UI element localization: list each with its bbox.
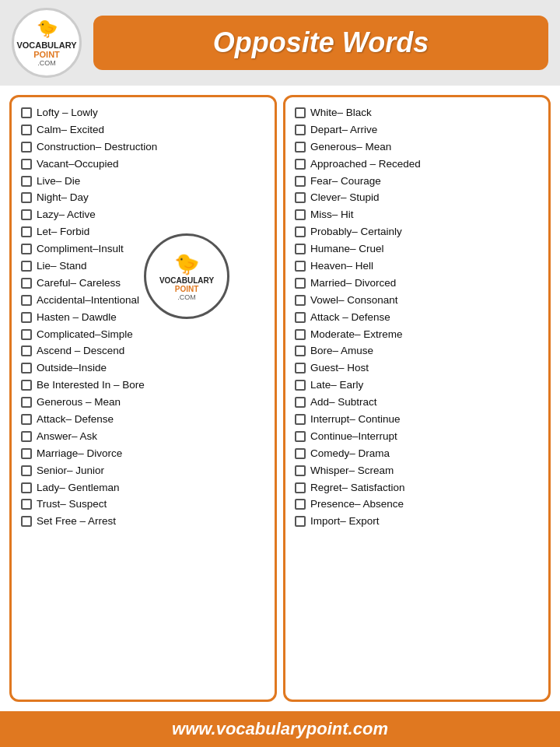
word-text: Lazy– Active [37, 208, 96, 223]
checkbox-icon [21, 516, 32, 527]
watermark-logo: 🐤 VOCABULARY POINT .COM [144, 233, 229, 319]
page-wrapper: 🐤 VOCABULARY POINT .COM Opposite Words L… [0, 0, 560, 747]
list-item: White– Black [295, 105, 542, 121]
checkbox-icon [295, 226, 306, 237]
word-text: Approached – Receded [310, 157, 421, 172]
checkbox-icon [295, 192, 306, 203]
list-item: Answer– Ask [21, 429, 268, 445]
checkbox-icon [21, 329, 32, 340]
checkbox-icon [21, 312, 32, 323]
checkbox-icon [295, 261, 306, 272]
list-item: Import– Export [295, 514, 542, 530]
checkbox-icon [21, 142, 32, 153]
word-text: Humane– Cruel [310, 242, 384, 257]
checkbox-icon [21, 482, 32, 493]
checkbox-icon [21, 465, 32, 476]
word-text: Outside–Inside [37, 361, 107, 376]
checkbox-icon [21, 159, 32, 170]
list-item: Moderate– Extreme [295, 327, 542, 343]
word-text: Clever– Stupid [310, 191, 380, 205]
checkbox-icon [295, 176, 306, 187]
checkbox-icon [295, 448, 306, 459]
list-item: Attack– Defense [21, 412, 268, 428]
list-item: Accidental–Intentional [21, 293, 268, 309]
checkbox-icon [295, 209, 306, 220]
word-text: Fear– Courage [310, 174, 381, 189]
word-text: Late– Early [310, 378, 363, 393]
checkbox-icon [295, 516, 306, 527]
word-text: Whisper– Scream [310, 464, 394, 479]
list-item: Guest– Host [295, 360, 542, 377]
word-text: Night– Day [37, 191, 89, 205]
checkbox-icon [21, 431, 32, 442]
list-item: Marriage– Divorce [21, 446, 268, 462]
word-text: Live– Die [37, 174, 80, 189]
list-item: Lady– Gentleman [21, 480, 268, 496]
checkbox-icon [21, 107, 32, 118]
checkbox-icon [295, 142, 306, 153]
word-text: Lie– Stand [37, 259, 87, 274]
word-text: Complicated–Simple [37, 328, 133, 342]
logo-vocab: VOCABULARY [16, 40, 76, 50]
checkbox-icon [21, 209, 32, 220]
checkbox-icon [295, 124, 306, 135]
checkbox-icon [21, 448, 32, 459]
list-item: Compliment–Insult [21, 241, 268, 258]
list-item: Live– Die [21, 174, 268, 190]
word-text: Be Interested In – Bore [37, 378, 145, 393]
list-item: Construction– Destruction [21, 139, 268, 156]
checkbox-icon [295, 107, 306, 118]
checkbox-icon [295, 159, 306, 170]
checkbox-icon [295, 380, 306, 391]
word-text: Guest– Host [310, 361, 369, 376]
left-column: Lofty – LowlyCalm– ExcitedConstruction– … [9, 95, 277, 702]
checkbox-icon [295, 465, 306, 476]
checkbox-icon [295, 345, 306, 356]
list-item: Interrupt– Continue [295, 412, 542, 428]
watermark-bird: 🐤 [174, 252, 199, 276]
checkbox-icon [295, 312, 306, 323]
logo: 🐤 VOCABULARY POINT .COM [12, 8, 82, 78]
word-text: Vacant–Occupied [37, 157, 119, 172]
watermark-com: .COM [177, 293, 196, 301]
checkbox-icon [295, 329, 306, 340]
checkbox-icon [21, 295, 32, 306]
checkbox-icon [21, 192, 32, 203]
list-item: Senior– Junior [21, 463, 268, 479]
list-item: Vowel– Consonant [295, 293, 542, 309]
logo-bird: 🐤 [37, 19, 58, 39]
list-item: Trust– Suspect [21, 496, 268, 513]
checkbox-icon [295, 499, 306, 510]
word-text: Hasten – Dawdle [37, 310, 117, 325]
word-text: Marriage– Divorce [37, 447, 122, 461]
word-text: Regret– Satisfaction [310, 481, 405, 496]
list-item: Approached – Receded [295, 156, 542, 173]
word-text: Compliment–Insult [37, 242, 124, 257]
checkbox-icon [295, 431, 306, 442]
list-item: Outside–Inside [21, 360, 268, 377]
list-item: Generous – Mean [21, 395, 268, 411]
list-item: Clever– Stupid [295, 190, 542, 206]
list-item: Humane– Cruel [295, 241, 542, 258]
list-item: Add– Subtract [295, 395, 542, 411]
word-text: Vowel– Consonant [310, 293, 398, 308]
logo-com: .COM [37, 59, 56, 67]
checkbox-icon [21, 345, 32, 356]
list-item: Presence– Absence [295, 496, 542, 513]
word-text: Let– Forbid [37, 225, 89, 240]
checkbox-icon [295, 397, 306, 408]
word-text: Senior– Junior [37, 464, 104, 479]
checkbox-icon [295, 244, 306, 254]
main-content: Lofty – LowlyCalm– ExcitedConstruction– … [0, 86, 560, 711]
word-text: Import– Export [310, 514, 380, 529]
list-item: Hasten – Dawdle [21, 310, 268, 326]
word-text: Lofty – Lowly [37, 106, 98, 121]
watermark-point: POINT [175, 285, 199, 293]
word-text: Add– Subtract [310, 395, 377, 410]
list-item: Set Free – Arrest [21, 514, 268, 530]
list-item: Vacant–Occupied [21, 156, 268, 173]
checkbox-icon [21, 499, 32, 510]
checkbox-icon [21, 226, 32, 237]
word-text: Married– Divorced [310, 276, 396, 291]
list-item: Calm– Excited [21, 122, 268, 139]
